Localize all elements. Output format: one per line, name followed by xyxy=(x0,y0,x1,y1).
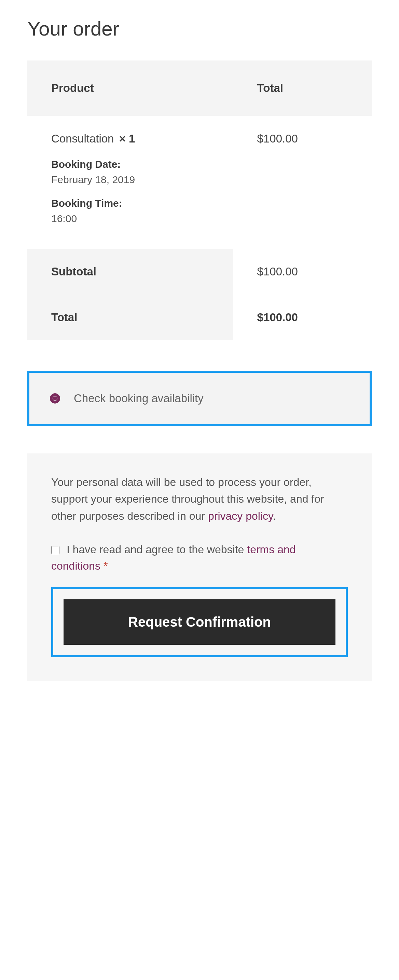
terms-block: Your personal data will be used to proce… xyxy=(27,453,372,681)
submit-wrap: Request Confirmation xyxy=(51,587,348,657)
booking-date-label: Booking Date: xyxy=(51,156,210,172)
product-name: Consultation xyxy=(51,132,114,145)
order-table: Product Total Consultation × 1 Booking D… xyxy=(27,60,372,340)
total-value: $100.00 xyxy=(233,294,372,340)
product-price: $100.00 xyxy=(233,116,372,249)
payment-method-block: Check booking availability xyxy=(27,371,372,426)
terms-row: I have read and agree to the website ter… xyxy=(51,541,348,574)
booking-time-label: Booking Time: xyxy=(51,196,210,211)
payment-option[interactable]: Check booking availability xyxy=(50,390,203,407)
privacy-text: Your personal data will be used to proce… xyxy=(51,474,348,525)
subtotal-value: $100.00 xyxy=(233,249,372,294)
header-total: Total xyxy=(233,60,372,116)
radio-icon xyxy=(50,393,60,404)
subtotal-label: Subtotal xyxy=(27,249,233,294)
terms-checkbox[interactable] xyxy=(51,546,59,554)
product-qty: × 1 xyxy=(119,132,135,145)
table-row: Consultation × 1 Booking Date: February … xyxy=(27,116,372,249)
privacy-text-before: Your personal data will be used to proce… xyxy=(51,476,324,522)
payment-option-label: Check booking availability xyxy=(74,390,203,407)
booking-time-value: 16:00 xyxy=(51,211,210,226)
page-title: Your order xyxy=(27,14,372,43)
booking-date-value: February 18, 2019 xyxy=(51,172,210,187)
required-mark: * xyxy=(103,560,108,572)
header-product: Product xyxy=(27,60,233,116)
total-label: Total xyxy=(27,294,233,340)
privacy-text-after: . xyxy=(273,510,276,522)
privacy-policy-link[interactable]: privacy policy xyxy=(208,510,273,522)
terms-text-before: I have read and agree to the website xyxy=(67,543,247,555)
request-confirmation-button[interactable]: Request Confirmation xyxy=(64,599,335,645)
